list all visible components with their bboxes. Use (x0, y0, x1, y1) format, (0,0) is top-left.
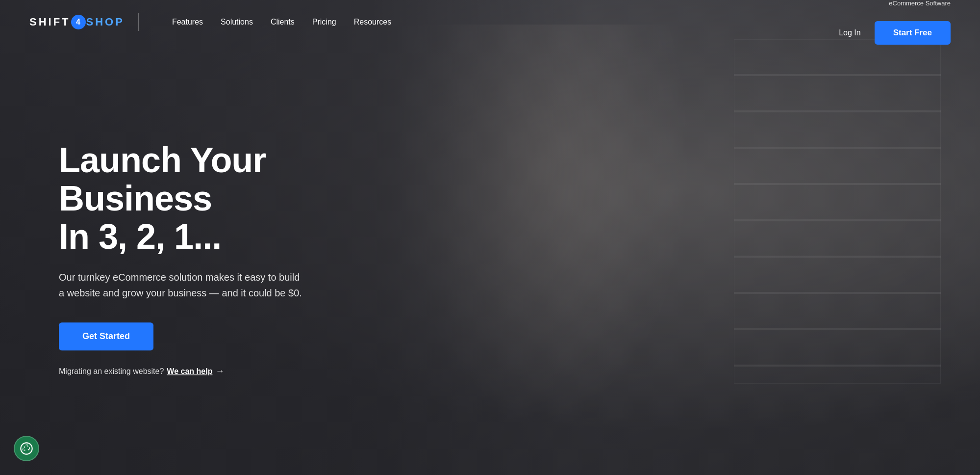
login-link[interactable]: Log In (839, 28, 860, 37)
ecommerce-label: eCommerce Software (889, 0, 951, 6)
hero-headline-line1: Launch Your Business (59, 140, 266, 218)
svg-point-4 (24, 449, 25, 450)
svg-point-1 (24, 447, 25, 448)
cookie-preferences-button[interactable] (14, 436, 39, 461)
arrow-icon: → (215, 367, 224, 377)
start-free-button[interactable]: Start Free (875, 21, 951, 45)
logo-shop: SHOP (86, 16, 125, 28)
navbar: SHIFT 4 SHOP Features Solutions Clients … (0, 0, 980, 44)
nav-right: eCommerce Software Log In Start Free (839, 0, 951, 45)
migration-link[interactable]: We can help (167, 367, 212, 376)
svg-point-2 (27, 446, 28, 447)
nav-link-solutions[interactable]: Solutions (221, 18, 253, 26)
nav-link-resources[interactable]: Resources (354, 18, 391, 26)
nav-link-pricing[interactable]: Pricing (312, 18, 336, 26)
logo-shift: SHIFT (29, 16, 71, 28)
get-started-button[interactable]: Get Started (59, 323, 153, 351)
svg-point-3 (28, 449, 29, 450)
nav-right-row: Log In Start Free (839, 21, 951, 45)
cookie-icon (20, 442, 33, 455)
hero-headline: Launch Your Business In 3, 2, 1... (59, 141, 363, 256)
hero-content: Launch Your Business In 3, 2, 1... Our t… (59, 141, 363, 376)
nav-link-features[interactable]: Features (172, 18, 203, 26)
migration-row: Migrating an existing website? We can he… (59, 367, 363, 377)
nav-links: Features Solutions Clients Pricing Resou… (172, 18, 839, 26)
logo-text: SHIFT 4 SHOP (29, 15, 125, 29)
nav-link-clients[interactable]: Clients (271, 18, 295, 26)
logo[interactable]: SHIFT 4 SHOP (29, 13, 152, 31)
migration-static-text: Migrating an existing website? (59, 367, 164, 376)
logo-4: 4 (71, 15, 86, 29)
hero-headline-line2: In 3, 2, 1... (59, 217, 221, 256)
logo-divider (138, 13, 139, 31)
hero-subtext: Our turnkey eCommerce solution makes it … (59, 270, 304, 301)
hero-section: SHIFT 4 SHOP Features Solutions Clients … (0, 0, 980, 475)
